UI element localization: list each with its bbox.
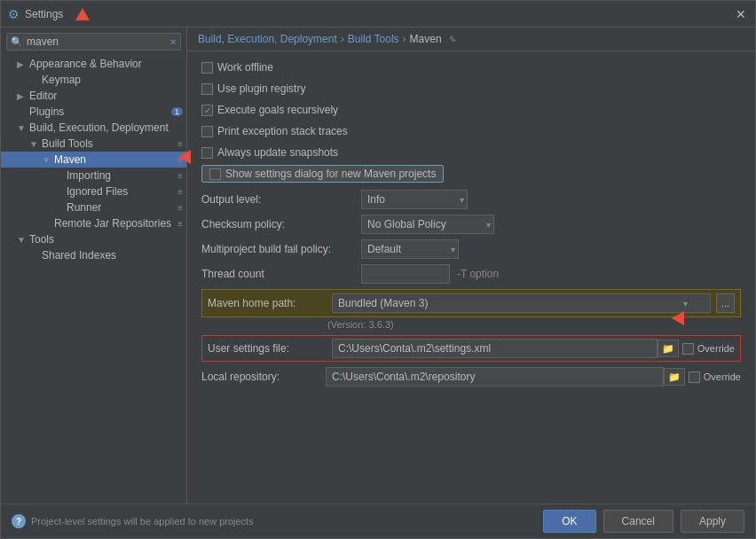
checkbox[interactable]: [201, 62, 213, 74]
output-level-control: Info Debug Error: [361, 190, 741, 209]
multiproject-row: Multiproject build fail policy: Default …: [201, 239, 741, 259]
setting-row-always-update: Always update snapshots: [201, 144, 741, 161]
checkbox[interactable]: [201, 126, 213, 137]
checksum-select-wrap: No Global Policy Fail Warn Ignore: [361, 215, 494, 234]
maven-home-browse-button[interactable]: ...: [716, 293, 735, 313]
local-repo-input[interactable]: [326, 367, 664, 387]
search-input-wrap: 🔍 ✕: [6, 33, 181, 51]
checkbox-label: Use plugin registry: [217, 82, 305, 95]
arrow-icon: ▼: [17, 123, 29, 133]
maven-home-dropdown-wrap: Bundled (Maven 3) Maven 3.6.3 Custom...: [332, 293, 711, 313]
arrow-icon: ▶: [17, 91, 29, 101]
maven-home-label: Maven home path:: [208, 297, 332, 309]
checksum-policy-label: Checksum policy:: [201, 218, 361, 230]
checksum-policy-select[interactable]: No Global Policy Fail Warn Ignore: [361, 215, 494, 234]
setting-row-plugin-registry: Use plugin registry: [201, 80, 741, 98]
sidebar-item-label: Build Tools: [42, 137, 177, 150]
title-bar: ⚙ Settings ✕: [1, 1, 755, 27]
cancel-button[interactable]: Cancel: [603, 510, 673, 533]
local-repo-browse-button[interactable]: 📁: [664, 368, 685, 386]
sidebar-item-runner[interactable]: Runner ≡: [1, 199, 186, 215]
settings-area: Work offline Use plugin registry Execute…: [187, 51, 755, 504]
thread-count-input[interactable]: [361, 264, 450, 284]
print-exception-checkbox[interactable]: Print exception stack traces: [201, 125, 348, 137]
output-level-label: Output level:: [201, 193, 361, 206]
sidebar-item-build-tools[interactable]: ▼ Build Tools ≡: [1, 136, 186, 152]
ok-button[interactable]: OK: [543, 510, 595, 533]
sidebar-item-label: Keymap: [42, 74, 183, 86]
maven-home-row: Maven home path: Bundled (Maven 3) Maven…: [201, 289, 741, 317]
output-level-row: Output level: Info Debug Error: [201, 190, 741, 209]
always-update-checkbox[interactable]: Always update snapshots: [201, 146, 338, 159]
sidebar-item-ignored-files[interactable]: Ignored Files ≡: [1, 184, 186, 199]
settings-icon: ≡: [177, 171, 183, 181]
checksum-policy-row: Checksum policy: No Global Policy Fail W…: [201, 215, 741, 234]
sidebar-item-label: Plugins: [29, 105, 168, 118]
multiproject-label: Multiproject build fail policy:: [201, 243, 361, 255]
execute-goals-checkbox[interactable]: Execute goals recursively: [201, 104, 338, 116]
show-settings-button[interactable]: Show settings dialog for new Maven proje…: [201, 165, 444, 183]
maven-home-control: Bundled (Maven 3) Maven 3.6.3 Custom... …: [332, 293, 735, 313]
sidebar-item-label: Editor: [29, 90, 183, 102]
plugin-registry-checkbox[interactable]: Use plugin registry: [201, 82, 305, 95]
show-settings-label: Show settings dialog for new Maven proje…: [225, 168, 436, 180]
setting-row-print-exception: Print exception stack traces: [201, 122, 741, 140]
sidebar-item-shared-indexes[interactable]: Shared Indexes: [1, 247, 186, 263]
breadcrumb-item-buildtools[interactable]: Build Tools: [348, 33, 399, 45]
arrow-icon: ▼: [29, 139, 42, 149]
user-settings-input[interactable]: [332, 339, 658, 358]
breadcrumb-bar: Build, Execution, Deployment › Build Too…: [187, 27, 755, 51]
sidebar-item-label: Appearance & Behavior: [29, 58, 183, 70]
checkbox-label: Execute goals recursively: [217, 104, 338, 116]
settings-icon: ≡: [177, 203, 183, 213]
sidebar-item-label: Ignored Files: [67, 185, 177, 198]
sidebar-item-maven[interactable]: ▼ Maven ≡: [1, 152, 186, 168]
work-offline-checkbox[interactable]: Work offline: [201, 61, 273, 74]
checkbox[interactable]: [201, 147, 213, 159]
sidebar-item-appearance[interactable]: ▶ Appearance & Behavior: [1, 56, 186, 72]
close-button[interactable]: ✕: [734, 7, 748, 21]
user-settings-override-checkbox[interactable]: [682, 343, 694, 355]
user-settings-browse-button[interactable]: 📁: [658, 340, 679, 357]
output-level-select-wrap: Info Debug Error: [361, 190, 468, 209]
sidebar-item-keymap[interactable]: Keymap: [1, 72, 186, 88]
sidebar-item-label: Maven: [54, 153, 177, 166]
checkbox[interactable]: [201, 83, 213, 95]
settings-icon: ≡: [177, 139, 183, 149]
checkbox[interactable]: [201, 105, 213, 116]
thread-count-label: Thread count: [201, 268, 361, 280]
sidebar-item-importing[interactable]: Importing ≡: [1, 168, 186, 184]
breadcrumb-current: Maven: [410, 33, 442, 45]
user-settings-label: User settings file:: [208, 342, 332, 355]
sidebar-item-editor[interactable]: ▶ Editor: [1, 88, 186, 104]
apply-button[interactable]: Apply: [681, 510, 744, 533]
maven-home-select[interactable]: Bundled (Maven 3) Maven 3.6.3 Custom...: [332, 293, 711, 313]
user-settings-override-label: Override: [697, 343, 735, 354]
breadcrumb-item-build[interactable]: Build, Execution, Deployment: [198, 33, 337, 45]
edit-icon[interactable]: ✎: [449, 35, 456, 44]
right-panel: Build, Execution, Deployment › Build Too…: [187, 27, 755, 504]
sidebar-item-build-execution[interactable]: ▼ Build, Execution, Deployment: [1, 120, 186, 136]
sidebar-item-label: Remote Jar Repositories: [54, 217, 177, 230]
sidebar-item-label: Tools: [29, 233, 183, 246]
output-level-select[interactable]: Info Debug Error: [361, 190, 468, 209]
show-settings-checkbox[interactable]: [209, 168, 221, 180]
footer: ? Project-level settings will be applied…: [1, 504, 755, 538]
multiproject-select[interactable]: Default Fail At End Fail Fast Never Fail: [361, 239, 459, 259]
sidebar-item-remote-jar[interactable]: Remote Jar Repositories ≡: [1, 215, 186, 231]
search-input[interactable]: [27, 35, 169, 48]
settings-icon: ≡: [177, 187, 183, 197]
local-repo-override-checkbox[interactable]: [689, 371, 700, 383]
sidebar-item-label: Runner: [67, 201, 177, 214]
thread-count-control: -T option: [361, 264, 741, 284]
checkbox-label: Work offline: [217, 61, 273, 74]
sidebar-item-tools[interactable]: ▼ Tools: [1, 231, 186, 247]
sidebar-item-plugins[interactable]: Plugins 1: [1, 104, 186, 120]
checksum-policy-control: No Global Policy Fail Warn Ignore: [361, 215, 741, 234]
multiproject-select-wrap: Default Fail At End Fail Fast Never Fail: [361, 239, 459, 259]
multiproject-control: Default Fail At End Fail Fast Never Fail: [361, 239, 741, 259]
show-settings-section: Show settings dialog for new Maven proje…: [201, 165, 741, 183]
search-clear-button[interactable]: ✕: [169, 37, 177, 47]
sidebar: 🔍 ✕ ▶ Appearance & Behavior Keymap ▶: [1, 27, 187, 504]
info-icon: ?: [12, 514, 26, 528]
